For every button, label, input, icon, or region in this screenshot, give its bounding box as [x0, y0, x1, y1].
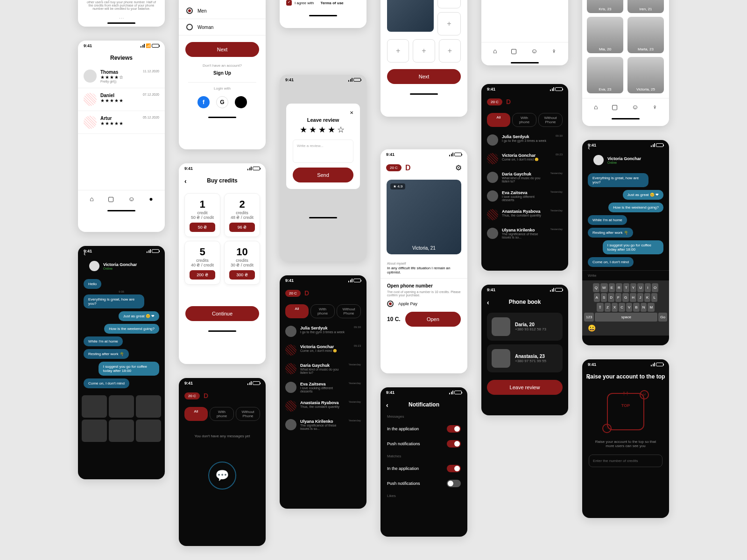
- credit-option[interactable]: 1credit50 ₴ / credit50 ₴: [184, 193, 220, 237]
- tab-without-phone[interactable]: Without Phone: [538, 113, 563, 127]
- calendar-icon[interactable]: ▢: [612, 103, 618, 111]
- profile-thumb[interactable]: Marta, 23: [627, 17, 664, 53]
- profile-icon[interactable]: ♀: [652, 103, 657, 111]
- message-item[interactable]: Julia SerdyukI go to the gym 3 times a w…: [481, 131, 568, 149]
- tab-without-phone[interactable]: Without Phone: [337, 304, 361, 318]
- tab-all[interactable]: All: [487, 113, 510, 127]
- keyboard[interactable]: QWERTYUIO ASDFGHJKL ⇧ZXCVBNM 123spaceGo …: [582, 280, 669, 336]
- back-icon[interactable]: ‹: [487, 299, 489, 306]
- send-button[interactable]: Send: [293, 168, 353, 182]
- profile-icon[interactable]: ♀: [551, 47, 557, 55]
- tab-all[interactable]: All: [184, 407, 208, 421]
- star-rating[interactable]: ★★★★☆: [293, 125, 353, 135]
- radio-woman[interactable]: Woman: [179, 19, 266, 35]
- back-icon[interactable]: ‹: [588, 373, 590, 381]
- credits-input[interactable]: Enter the number of credits: [589, 455, 662, 467]
- avatar[interactable]: [89, 261, 99, 271]
- message-item[interactable]: Ulyana KirilenkoThe significance of thes…: [481, 224, 568, 243]
- tab-all[interactable]: All: [285, 304, 309, 318]
- tab-without-phone[interactable]: Without Phone: [236, 407, 260, 421]
- credit-option[interactable]: 5credits40 ₴ / credit200 ₴: [184, 241, 220, 285]
- profile-icon[interactable]: ●: [149, 195, 153, 203]
- credits-badge[interactable]: 20 C: [487, 98, 502, 105]
- toggle[interactable]: [447, 465, 461, 472]
- message-item[interactable]: Victoria GoncharCome on, I don't mind 😊0…: [481, 149, 568, 168]
- signup-link[interactable]: Sign Up: [179, 68, 266, 78]
- chat-icon[interactable]: ☺: [531, 47, 537, 55]
- close-icon[interactable]: ✕: [293, 110, 353, 115]
- photo-thumb[interactable]: [136, 420, 161, 442]
- photo-thumb[interactable]: [82, 395, 107, 418]
- back-icon[interactable]: ‹: [184, 177, 187, 185]
- credits-badge[interactable]: 20 C: [184, 392, 200, 399]
- tab-with-phone[interactable]: With phone: [210, 407, 234, 421]
- review-item[interactable]: Daniel07.12.2020 ★★★★★: [78, 88, 165, 111]
- photo-thumb[interactable]: [136, 395, 161, 418]
- profile-thumb[interactable]: Victoria, 25: [627, 57, 664, 93]
- toggle[interactable]: [447, 440, 461, 448]
- calendar-icon[interactable]: ▢: [108, 195, 114, 203]
- emoji-icon[interactable]: 😀: [588, 324, 596, 332]
- next-button[interactable]: Next: [387, 69, 461, 84]
- filter-icon[interactable]: ⚙: [455, 163, 462, 172]
- message-item[interactable]: Julia SerdyukI go to the gym 3 times a w…: [280, 322, 366, 341]
- radio-men[interactable]: Men: [179, 3, 266, 19]
- profile-thumb[interactable]: Eva, 23: [587, 57, 623, 93]
- leave-review-button[interactable]: Leave review: [487, 380, 563, 395]
- message-item[interactable]: Eva ZaitsevaI love cooking different des…: [481, 187, 568, 205]
- message-item[interactable]: Daria GaychukWhat kind of music do you l…: [481, 168, 568, 187]
- continue-button[interactable]: Continue: [185, 306, 259, 321]
- toggle[interactable]: [447, 425, 461, 433]
- profile-thumb[interactable]: Mia, 20: [587, 17, 623, 53]
- profile-photo[interactable]: ★ 4.9 Victoria, 21: [387, 180, 461, 254]
- payment-option[interactable]: Apple Pay: [398, 301, 417, 306]
- message-item[interactable]: Anastasia RyabovaThus, the constant quan…: [280, 397, 366, 415]
- photo-thumb[interactable]: [109, 395, 134, 418]
- review-item[interactable]: Thomas11.12.2020 ★★★★☆ Pretty girl)): [78, 65, 165, 88]
- back-icon[interactable]: ‹: [386, 401, 388, 409]
- credit-option[interactable]: 10credits30 ₴ / credit300 ₴: [224, 241, 260, 285]
- next-button[interactable]: Next: [185, 42, 259, 57]
- facebook-icon[interactable]: f: [197, 96, 210, 108]
- photo-thumb[interactable]: [82, 420, 107, 442]
- review-item[interactable]: Artur05.12.2020 ★★★★★: [78, 111, 165, 134]
- avatar[interactable]: [593, 155, 604, 165]
- phonebook-item[interactable]: Anastasia, 23+380 97 571 99 55: [487, 344, 563, 372]
- add-photo-button[interactable]: +: [413, 39, 435, 63]
- add-photo-button[interactable]: +: [437, 12, 461, 35]
- photo-preview[interactable]: [387, 0, 434, 32]
- add-photo-button[interactable]: +: [437, 0, 461, 8]
- back-icon[interactable]: ‹: [588, 144, 590, 151]
- credits-badge[interactable]: 20 C: [386, 164, 402, 171]
- message-input[interactable]: Write: [582, 270, 669, 280]
- add-photo-button[interactable]: +: [439, 39, 461, 63]
- profile-thumb[interactable]: Kris, 23: [587, 0, 623, 13]
- profile-thumb[interactable]: Iren, 21: [627, 0, 664, 13]
- checkbox[interactable]: ✓: [286, 0, 292, 6]
- message-item[interactable]: Anastasia RyabovaThus, the constant quan…: [481, 205, 568, 224]
- google-icon[interactable]: G: [216, 96, 228, 108]
- back-icon[interactable]: ‹: [84, 250, 86, 257]
- message-item[interactable]: Victoria GoncharCome on, I don't mind 😊0…: [280, 341, 366, 359]
- message-item[interactable]: Daria GaychukWhat kind of music do you l…: [280, 359, 366, 378]
- message-item[interactable]: Ulyana KirilenkoThe significance of thes…: [280, 415, 366, 434]
- apple-icon[interactable]: [235, 96, 247, 108]
- home-icon[interactable]: ⌂: [493, 47, 497, 55]
- chat-icon[interactable]: ☺: [128, 195, 135, 203]
- home-icon[interactable]: ⌂: [90, 195, 93, 203]
- message-item[interactable]: Eva ZaitsevaI love cooking different des…: [280, 378, 366, 397]
- terms-link[interactable]: Terms of use: [321, 1, 344, 5]
- calendar-icon[interactable]: ▢: [511, 47, 517, 55]
- toggle[interactable]: [447, 480, 461, 487]
- photo-thumb[interactable]: [109, 420, 134, 442]
- credit-option[interactable]: 2credits48 ₴ / credit96 ₴: [224, 193, 260, 237]
- credits-badge[interactable]: 20 C: [285, 290, 301, 297]
- home-icon[interactable]: ⌂: [594, 103, 598, 111]
- phonebook-item[interactable]: Daria, 20+380 93 812 58 73: [487, 313, 563, 341]
- chat-icon[interactable]: ☺: [632, 103, 638, 111]
- tab-with-phone[interactable]: With phone: [512, 113, 536, 127]
- review-input[interactable]: Write a review...: [293, 140, 353, 163]
- add-photo-button[interactable]: +: [387, 39, 409, 63]
- open-button[interactable]: Open: [405, 312, 461, 327]
- tab-with-phone[interactable]: With phone: [310, 304, 335, 318]
